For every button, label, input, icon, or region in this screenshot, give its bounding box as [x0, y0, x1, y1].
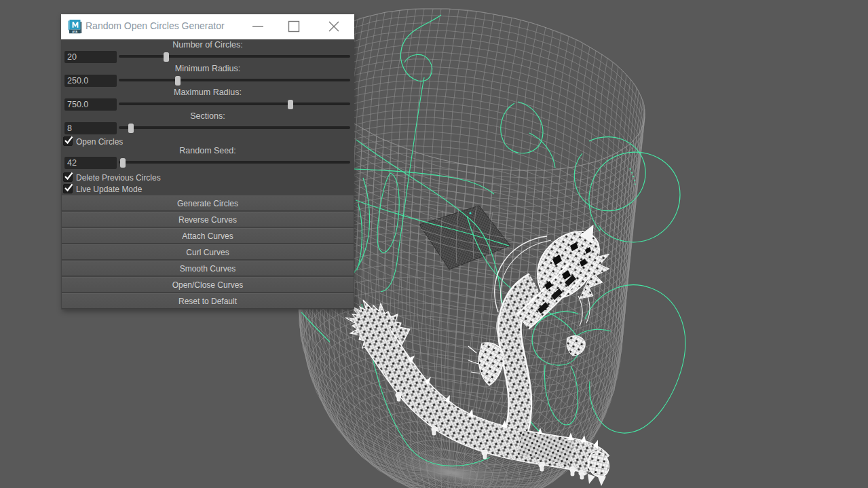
- svg-text:AYA: AYA: [72, 30, 77, 33]
